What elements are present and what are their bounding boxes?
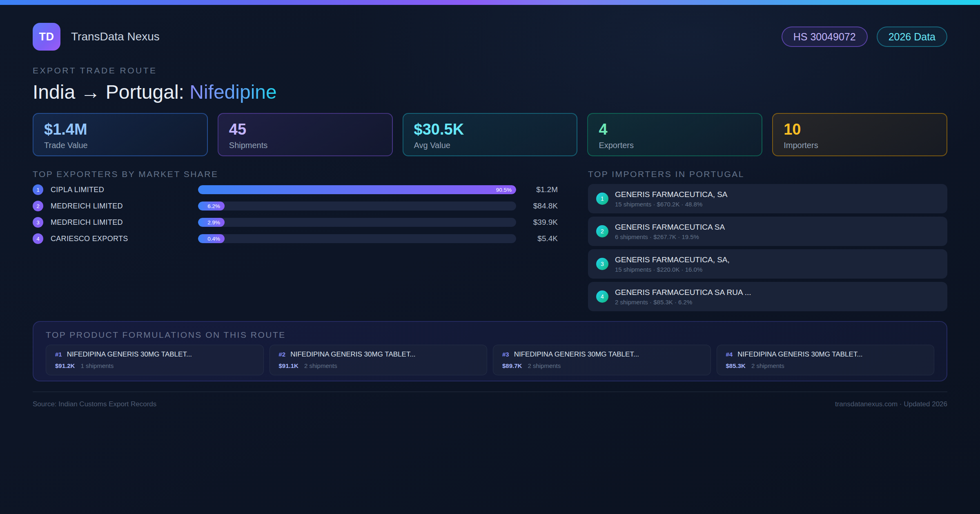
market-share-bar-track: 90.5% xyxy=(198,185,516,194)
header: TD TransData Nexus HS 30049072 2026 Data xyxy=(33,23,947,51)
products-list: #1 NIFEDIPINA GENERIS 30MG TABLET... $91… xyxy=(46,345,934,375)
stat-card-trade-value: $1.4M Trade Value xyxy=(33,113,208,156)
rank-badge: 2 xyxy=(596,225,608,237)
eyebrow-label: EXPORT TRADE ROUTE xyxy=(33,65,947,75)
page-title: India → Portugal: Nifedipine xyxy=(33,81,947,103)
market-share-bar-track: 2.9% xyxy=(198,218,516,227)
footer: Source: Indian Customs Export Records tr… xyxy=(33,392,947,408)
product-rank: #1 xyxy=(55,350,62,359)
stat-label: Trade Value xyxy=(44,141,196,150)
product-shipments: 1 shipments xyxy=(80,362,114,370)
brand-logo: TD xyxy=(33,23,60,51)
product-rank: #4 xyxy=(726,350,733,359)
importer-meta: 15 shipments · $670.2K · 48.8% xyxy=(615,201,728,208)
stat-card-shipments: 45 Shipments xyxy=(218,113,393,156)
importer-name: GENERIS FARMACEUTICA, SA xyxy=(615,190,728,199)
product-card[interactable]: #3 NIFEDIPINA GENERIS 30MG TABLET... $89… xyxy=(493,345,711,375)
footer-source: Source: Indian Customs Export Records xyxy=(33,400,156,408)
products-heading: TOP PRODUCT FORMULATIONS ON THIS ROUTE xyxy=(46,330,934,340)
exporter-row[interactable]: 3 MEDREICH LIMITED 2.9% $39.9K xyxy=(33,217,558,228)
product-rank: #2 xyxy=(279,350,286,359)
importer-name: GENERIS FARMACEUTICA SA xyxy=(615,222,725,232)
product-value: $89.7K xyxy=(502,362,522,370)
stat-value: $1.4M xyxy=(44,120,196,138)
importer-card[interactable]: 4 GENERIS FARMACEUTICA SA RUA ... 2 ship… xyxy=(588,282,947,311)
stat-value: 4 xyxy=(599,120,751,138)
exporters-heading: TOP EXPORTERS BY MARKET SHARE xyxy=(33,169,558,179)
stat-cards: $1.4M Trade Value 45 Shipments $30.5K Av… xyxy=(33,113,947,156)
rank-badge: 3 xyxy=(33,217,43,228)
exporter-row[interactable]: 1 CIPLA LIMITED 90.5% $1.2M xyxy=(33,184,558,195)
market-share-bar-track: 6.2% xyxy=(198,202,516,210)
stat-card-avg-value: $30.5K Avg Value xyxy=(403,113,578,156)
importer-name: GENERIS FARMACEUTICA, SA, xyxy=(615,255,730,264)
main-columns: TOP EXPORTERS BY MARKET SHARE 1 CIPLA LI… xyxy=(33,169,947,311)
exporter-row[interactable]: 2 MEDREICH LIMITED 6.2% $84.8K xyxy=(33,201,558,211)
product-shipments: 2 shipments xyxy=(751,362,784,370)
importer-meta: 15 shipments · $220.0K · 16.0% xyxy=(615,266,730,273)
product-card[interactable]: #4 NIFEDIPINA GENERIS 30MG TABLET... $85… xyxy=(717,345,935,375)
data-year-badge[interactable]: 2026 Data xyxy=(877,27,947,47)
product-shipments: 2 shipments xyxy=(304,362,337,370)
exporter-value: $84.8K xyxy=(522,202,558,210)
product-card[interactable]: #1 NIFEDIPINA GENERIS 30MG TABLET... $91… xyxy=(46,345,264,375)
rank-badge: 2 xyxy=(33,201,43,211)
page: TD TransData Nexus HS 30049072 2026 Data… xyxy=(0,23,980,408)
market-share-bar: 0.4% xyxy=(198,234,225,243)
exporter-name: CIPLA LIMITED xyxy=(51,186,198,194)
product-value: $85.3K xyxy=(726,362,746,370)
product-name: NIFEDIPINA GENERIS 30MG TABLET... xyxy=(67,350,192,359)
exporter-name: CARIESCO EXPORTS xyxy=(51,235,198,243)
importers-section: TOP IMPORTERS IN PORTUGAL 1 GENERIS FARM… xyxy=(588,169,947,311)
top-accent-bar xyxy=(0,0,980,5)
market-share-bar: 2.9% xyxy=(198,218,225,227)
importer-meta: 6 shipments · $267.7K · 19.5% xyxy=(615,233,725,241)
market-share-bar: 6.2% xyxy=(198,202,225,210)
stat-value: 10 xyxy=(784,120,936,138)
stat-label: Shipments xyxy=(229,141,381,150)
market-share-bar: 90.5% xyxy=(198,185,516,194)
product-name: NIFEDIPINA GENERIS 30MG TABLET... xyxy=(290,350,415,359)
product-name: NIFEDIPINA GENERIS 30MG TABLET... xyxy=(514,350,639,359)
importer-info: GENERIS FARMACEUTICA SA RUA ... 2 shipme… xyxy=(615,288,751,306)
rank-badge: 3 xyxy=(596,258,608,270)
importer-meta: 2 shipments · $85.3K · 6.2% xyxy=(615,299,751,306)
product-name: NIFEDIPINA GENERIS 30MG TABLET... xyxy=(737,350,862,359)
brand-name: TransData Nexus xyxy=(71,30,160,43)
stat-label: Importers xyxy=(784,141,936,150)
stat-value: 45 xyxy=(229,120,381,138)
product-card[interactable]: #2 NIFEDIPINA GENERIS 30MG TABLET... $91… xyxy=(270,345,488,375)
product-value: $91.1K xyxy=(279,362,298,370)
importer-card[interactable]: 3 GENERIS FARMACEUTICA, SA, 15 shipments… xyxy=(588,249,947,279)
importer-name: GENERIS FARMACEUTICA SA RUA ... xyxy=(615,288,751,297)
footer-site-info: transdatanexus.com · Updated 2026 xyxy=(835,400,947,408)
rank-badge: 4 xyxy=(33,233,43,244)
stat-card-importers: 10 Importers xyxy=(772,113,947,156)
exporter-value: $39.9K xyxy=(522,218,558,227)
importer-info: GENERIS FARMACEUTICA, SA 15 shipments · … xyxy=(615,190,728,208)
stat-label: Exporters xyxy=(599,141,751,150)
exporter-row[interactable]: 4 CARIESCO EXPORTS 0.4% $5.4K xyxy=(33,233,558,244)
exporters-chart: 1 CIPLA LIMITED 90.5% $1.2M 2 MEDREICH L… xyxy=(33,184,558,244)
brand-logo-text: TD xyxy=(39,31,54,43)
importer-card[interactable]: 1 GENERIS FARMACEUTICA, SA 15 shipments … xyxy=(588,184,947,213)
exporter-name: MEDREICH LIMITED xyxy=(51,202,198,210)
page-title-product: Nifedipine xyxy=(189,81,276,103)
rank-badge: 1 xyxy=(596,193,608,205)
stat-card-exporters: 4 Exporters xyxy=(587,113,762,156)
stat-label: Avg Value xyxy=(414,141,566,150)
exporter-name: MEDREICH LIMITED xyxy=(51,218,198,227)
importer-card[interactable]: 2 GENERIS FARMACEUTICA SA 6 shipments · … xyxy=(588,217,947,246)
stat-value: $30.5K xyxy=(414,120,566,138)
products-panel: TOP PRODUCT FORMULATIONS ON THIS ROUTE #… xyxy=(33,321,947,381)
header-badges: HS 30049072 2026 Data xyxy=(782,27,947,47)
exporter-value: $1.2M xyxy=(522,185,558,194)
product-value: $91.2K xyxy=(55,362,75,370)
brand: TD TransData Nexus xyxy=(33,23,160,51)
rank-badge: 1 xyxy=(33,184,43,195)
rank-badge: 4 xyxy=(596,290,608,303)
page-title-route: India → Portugal: xyxy=(33,81,189,103)
hs-code-badge[interactable]: HS 30049072 xyxy=(782,27,868,47)
importer-info: GENERIS FARMACEUTICA, SA, 15 shipments ·… xyxy=(615,255,730,273)
exporter-value: $5.4K xyxy=(522,234,558,243)
